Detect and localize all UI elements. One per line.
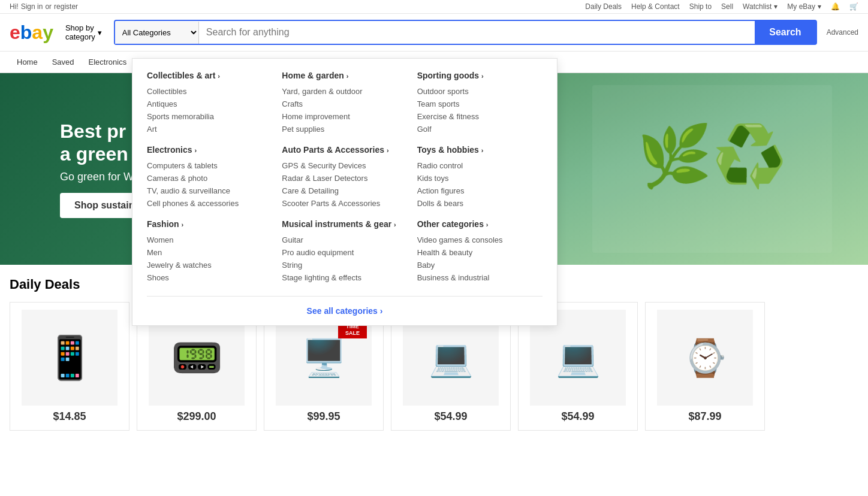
baby-link[interactable]: Baby <box>417 261 435 270</box>
health-beauty-link[interactable]: Health & beauty <box>417 248 473 257</box>
outdoor-sports-link[interactable]: Outdoor sports <box>417 87 469 96</box>
guitar-link[interactable]: Guitar <box>282 235 303 244</box>
see-all-link[interactable]: See all categories › <box>307 306 383 316</box>
home-improvement-link[interactable]: Home improvement <box>282 112 349 121</box>
deal-price-6: $87.99 <box>653 410 757 423</box>
deal-price-4: $54.99 <box>399 410 503 423</box>
fashion-header[interactable]: Fashion › <box>147 219 272 229</box>
dropdown-home-garden: Home & garden › Yard, garden & outdoor C… <box>282 71 407 135</box>
my-ebay-chevron: ▾ <box>818 2 821 11</box>
shop-by-category-btn[interactable]: Shop by category ▾ <box>58 19 109 46</box>
collectibles-art-header[interactable]: Collectibles & art › <box>147 71 272 80</box>
watchlist-dropdown[interactable]: Watchlist ▾ <box>743 2 777 11</box>
radio-control-link[interactable]: Radio control <box>417 161 463 170</box>
cameras-photo-link[interactable]: Cameras & photo <box>147 174 207 183</box>
men-link[interactable]: Men <box>147 248 162 257</box>
list-item: Yard, garden & outdoor <box>282 85 407 98</box>
pro-audio-link[interactable]: Pro audio equipment <box>282 248 354 257</box>
women-link[interactable]: Women <box>147 235 174 244</box>
top-bar-left: Hi! Sign in or register <box>10 2 78 11</box>
nav-item-electronics[interactable]: Electronics <box>82 52 134 72</box>
stage-lighting-link[interactable]: Stage lighting & effects <box>282 273 361 282</box>
register-link[interactable]: register <box>54 2 78 11</box>
dropdown-collectibles: Collectibles & art › Collectibles Antiqu… <box>147 71 272 135</box>
list-item: Computers & tablets <box>147 159 272 172</box>
pet-supplies-link[interactable]: Pet supplies <box>282 125 324 134</box>
list-item: Scooter Parts & Accessories <box>282 197 407 210</box>
daily-deals-topbar-link[interactable]: Daily Deals <box>585 2 622 11</box>
collectibles-link[interactable]: Collectibles <box>147 87 186 96</box>
nav-item-saved[interactable]: Saved <box>45 52 82 72</box>
deal-card-1[interactable]: 📱 $14.85 <box>10 302 129 431</box>
list-item: Crafts <box>282 98 407 110</box>
sign-in-link[interactable]: Sign in <box>21 2 43 11</box>
my-ebay-dropdown[interactable]: My eBay ▾ <box>787 2 821 11</box>
gps-security-link[interactable]: GPS & Security Devices <box>282 161 366 170</box>
sell-topbar-link[interactable]: Sell <box>721 2 733 11</box>
advanced-search-link[interactable]: Advanced <box>827 28 858 37</box>
dolls-bears-link[interactable]: Dolls & bears <box>417 199 463 208</box>
dropdown-row-1: Collectibles & art › Collectibles Antiqu… <box>147 71 542 135</box>
list-item: Shoes <box>147 271 272 284</box>
crafts-link[interactable]: Crafts <box>282 99 303 108</box>
bell-icon[interactable]: 🔔 <box>831 2 840 11</box>
kids-toys-link[interactable]: Kids toys <box>417 174 449 183</box>
jewelry-watches-link[interactable]: Jewelry & watches <box>147 261 212 270</box>
list-item: Antiques <box>147 98 272 110</box>
cart-icon[interactable]: 🛒 <box>849 2 858 11</box>
golf-link[interactable]: Golf <box>417 125 432 134</box>
list-item: Dolls & bears <box>417 197 542 210</box>
computers-tablets-link[interactable]: Computers & tablets <box>147 161 218 170</box>
musical-instruments-header[interactable]: Musical instruments & gear › <box>282 219 407 229</box>
tv-audio-link[interactable]: TV, audio & surveillance <box>147 186 230 195</box>
dropdown-row-3: Fashion › Women Men Jewelry & watches Sh… <box>147 219 542 284</box>
care-detailing-link[interactable]: Care & Detailing <box>282 186 339 195</box>
business-industrial-link[interactable]: Business & industrial <box>417 273 490 282</box>
search-button[interactable]: Search <box>755 21 815 44</box>
home-garden-header[interactable]: Home & garden › <box>282 71 407 80</box>
exercise-fitness-link[interactable]: Exercise & fitness <box>417 112 479 121</box>
list-item: Collectibles <box>147 85 272 98</box>
list-item: Radar & Laser Detectors <box>282 172 407 185</box>
list-item: Cameras & photo <box>147 172 272 185</box>
other-categories-header[interactable]: Other categories › <box>417 219 542 229</box>
yard-garden-link[interactable]: Yard, garden & outdoor <box>282 87 362 96</box>
category-select[interactable]: All Categories <box>115 22 199 44</box>
shoes-link[interactable]: Shoes <box>147 273 169 282</box>
electronics-header[interactable]: Electronics › <box>147 145 272 155</box>
list-item: Guitar <box>282 234 407 246</box>
art-link[interactable]: Art <box>147 125 157 134</box>
list-item: Cell phones & accessories <box>147 197 272 210</box>
header: ebay Shop by category ▾ All Categories S… <box>0 14 868 52</box>
shop-by-label: Shop by category <box>65 23 95 41</box>
video-games-link[interactable]: Video games & consoles <box>417 235 503 244</box>
help-contact-link[interactable]: Help & Contact <box>631 2 680 11</box>
list-item: Men <box>147 246 272 259</box>
scooter-parts-link[interactable]: Scooter Parts & Accessories <box>282 199 380 208</box>
dropdown-musical: Musical instruments & gear › Guitar Pro … <box>282 219 407 284</box>
cell-phones-link[interactable]: Cell phones & accessories <box>147 199 239 208</box>
team-sports-link[interactable]: Team sports <box>417 99 460 108</box>
list-item: Care & Detailing <box>282 185 407 197</box>
string-link[interactable]: String <box>282 261 302 270</box>
sporting-goods-header[interactable]: Sporting goods › <box>417 71 542 80</box>
antiques-link[interactable]: Antiques <box>147 99 177 108</box>
auto-parts-header[interactable]: Auto Parts & Accessories › <box>282 145 407 155</box>
nav-item-home[interactable]: Home <box>10 52 45 72</box>
search-input[interactable] <box>199 21 755 44</box>
deal-image-1: 📱 <box>22 310 117 406</box>
search-container: All Categories Search <box>114 20 817 45</box>
dropdown-sporting-goods: Sporting goods › Outdoor sports Team spo… <box>417 71 542 135</box>
list-item: Video games & consoles <box>417 234 542 246</box>
radar-laser-link[interactable]: Radar & Laser Detectors <box>282 174 367 183</box>
ebay-logo[interactable]: ebay <box>10 22 53 44</box>
top-bar: Hi! Sign in or register Daily Deals Help… <box>0 0 868 14</box>
shop-by-chevron-icon: ▾ <box>98 28 102 37</box>
greeting-text: Hi! <box>10 2 19 11</box>
deal-card-6[interactable]: ⌚ $87.99 <box>645 302 765 431</box>
toys-hobbies-header[interactable]: Toys & hobbies › <box>417 145 542 155</box>
sports-memorabilia-link[interactable]: Sports memorabilia <box>147 112 214 121</box>
action-figures-link[interactable]: Action figures <box>417 186 465 195</box>
list-item: Radio control <box>417 159 542 172</box>
deal-price-2: $299.00 <box>144 410 249 423</box>
